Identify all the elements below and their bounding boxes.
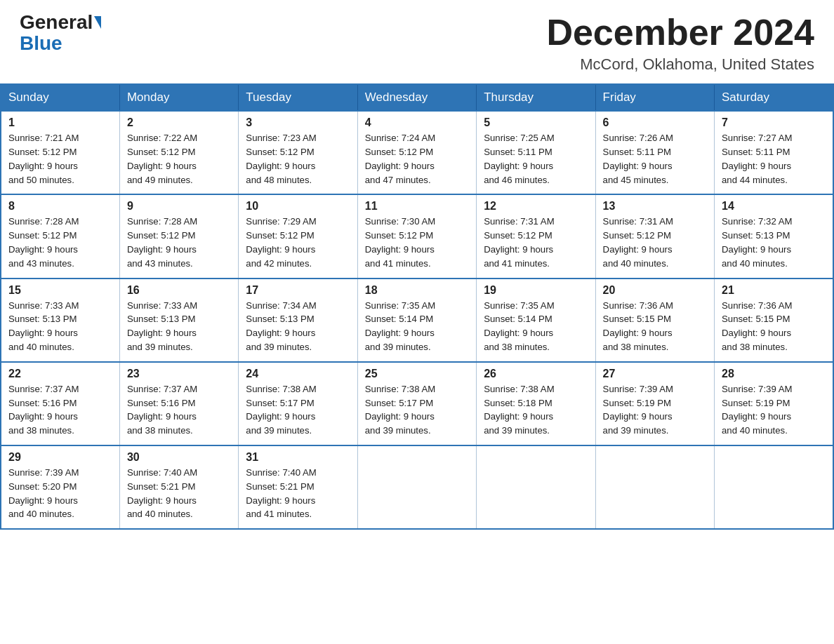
day-number: 5 xyxy=(484,116,588,129)
day-info: Sunrise: 7:31 AMSunset: 5:12 PMDaylight:… xyxy=(484,215,588,270)
calendar-header-sunday: Sunday xyxy=(1,84,119,111)
calendar-cell: 26Sunrise: 7:38 AMSunset: 5:18 PMDayligh… xyxy=(477,362,595,445)
day-info: Sunrise: 7:38 AMSunset: 5:17 PMDaylight:… xyxy=(365,382,469,438)
calendar-cell: 11Sunrise: 7:30 AMSunset: 5:12 PMDayligh… xyxy=(357,194,476,278)
day-info: Sunrise: 7:32 AMSunset: 5:13 PMDaylight:… xyxy=(722,215,826,270)
calendar-cell: 31Sunrise: 7:40 AMSunset: 5:21 PMDayligh… xyxy=(239,445,357,529)
title-area: December 2024 McCord, Oklahoma, United S… xyxy=(546,13,814,74)
day-number: 30 xyxy=(127,451,231,464)
calendar-cell: 18Sunrise: 7:35 AMSunset: 5:14 PMDayligh… xyxy=(357,279,476,362)
day-info: Sunrise: 7:23 AMSunset: 5:12 PMDaylight:… xyxy=(246,131,350,187)
calendar-header-row: SundayMondayTuesdayWednesdayThursdayFrid… xyxy=(1,84,833,111)
calendar-header-friday: Friday xyxy=(595,84,714,111)
calendar-cell: 22Sunrise: 7:37 AMSunset: 5:16 PMDayligh… xyxy=(1,362,119,445)
day-info: Sunrise: 7:22 AMSunset: 5:12 PMDaylight:… xyxy=(127,131,231,187)
day-number: 19 xyxy=(484,284,588,297)
calendar-cell: 16Sunrise: 7:33 AMSunset: 5:13 PMDayligh… xyxy=(119,279,238,362)
day-number: 29 xyxy=(8,451,112,464)
calendar-cell: 12Sunrise: 7:31 AMSunset: 5:12 PMDayligh… xyxy=(477,194,595,278)
calendar-cell: 19Sunrise: 7:35 AMSunset: 5:14 PMDayligh… xyxy=(477,279,595,362)
calendar-cell: 27Sunrise: 7:39 AMSunset: 5:19 PMDayligh… xyxy=(595,362,714,445)
calendar-header-monday: Monday xyxy=(119,84,238,111)
calendar-table: SundayMondayTuesdayWednesdayThursdayFrid… xyxy=(0,83,834,530)
day-number: 3 xyxy=(246,116,350,129)
day-info: Sunrise: 7:31 AMSunset: 5:12 PMDaylight:… xyxy=(603,215,707,270)
day-info: Sunrise: 7:28 AMSunset: 5:12 PMDaylight:… xyxy=(127,215,231,270)
calendar-cell: 25Sunrise: 7:38 AMSunset: 5:17 PMDayligh… xyxy=(357,362,476,445)
day-number: 6 xyxy=(603,116,707,129)
logo-general: General xyxy=(20,13,93,32)
calendar-cell: 23Sunrise: 7:37 AMSunset: 5:16 PMDayligh… xyxy=(119,362,238,445)
day-info: Sunrise: 7:29 AMSunset: 5:12 PMDaylight:… xyxy=(246,215,350,270)
day-number: 17 xyxy=(246,284,350,297)
logo-triangle-icon xyxy=(94,16,101,29)
calendar-cell: 6Sunrise: 7:26 AMSunset: 5:11 PMDaylight… xyxy=(595,111,714,194)
day-info: Sunrise: 7:26 AMSunset: 5:11 PMDaylight:… xyxy=(603,131,707,187)
calendar-header-wednesday: Wednesday xyxy=(357,84,476,111)
calendar-cell xyxy=(595,445,714,529)
calendar-cell: 21Sunrise: 7:36 AMSunset: 5:15 PMDayligh… xyxy=(715,279,833,362)
day-info: Sunrise: 7:35 AMSunset: 5:14 PMDaylight:… xyxy=(365,299,469,354)
day-number: 4 xyxy=(365,116,469,129)
calendar-cell: 3Sunrise: 7:23 AMSunset: 5:12 PMDaylight… xyxy=(239,111,357,194)
calendar-week-row: 29Sunrise: 7:39 AMSunset: 5:20 PMDayligh… xyxy=(1,445,833,529)
day-number: 23 xyxy=(127,368,231,380)
day-info: Sunrise: 7:36 AMSunset: 5:15 PMDaylight:… xyxy=(603,299,707,354)
day-info: Sunrise: 7:37 AMSunset: 5:16 PMDaylight:… xyxy=(8,382,112,438)
day-number: 11 xyxy=(365,200,469,213)
calendar-cell: 13Sunrise: 7:31 AMSunset: 5:12 PMDayligh… xyxy=(595,194,714,278)
day-info: Sunrise: 7:21 AMSunset: 5:12 PMDaylight:… xyxy=(8,131,112,187)
calendar-cell xyxy=(715,445,833,529)
day-number: 7 xyxy=(722,116,826,129)
day-number: 28 xyxy=(722,368,826,380)
day-number: 26 xyxy=(484,368,588,380)
day-info: Sunrise: 7:27 AMSunset: 5:11 PMDaylight:… xyxy=(722,131,826,187)
calendar-cell: 9Sunrise: 7:28 AMSunset: 5:12 PMDaylight… xyxy=(119,194,238,278)
calendar-cell: 10Sunrise: 7:29 AMSunset: 5:12 PMDayligh… xyxy=(239,194,357,278)
day-info: Sunrise: 7:34 AMSunset: 5:13 PMDaylight:… xyxy=(246,299,350,354)
day-info: Sunrise: 7:33 AMSunset: 5:13 PMDaylight:… xyxy=(8,299,112,354)
day-number: 21 xyxy=(722,284,826,297)
calendar-cell: 29Sunrise: 7:39 AMSunset: 5:20 PMDayligh… xyxy=(1,445,119,529)
calendar-header-thursday: Thursday xyxy=(477,84,595,111)
day-info: Sunrise: 7:35 AMSunset: 5:14 PMDaylight:… xyxy=(484,299,588,354)
day-number: 16 xyxy=(127,284,231,297)
day-number: 18 xyxy=(365,284,469,297)
day-info: Sunrise: 7:33 AMSunset: 5:13 PMDaylight:… xyxy=(127,299,231,354)
day-info: Sunrise: 7:30 AMSunset: 5:12 PMDaylight:… xyxy=(365,215,469,270)
calendar-cell: 1Sunrise: 7:21 AMSunset: 5:12 PMDaylight… xyxy=(1,111,119,194)
calendar-header-saturday: Saturday xyxy=(715,84,833,111)
page-subtitle: McCord, Oklahoma, United States xyxy=(546,55,814,74)
calendar-cell: 2Sunrise: 7:22 AMSunset: 5:12 PMDaylight… xyxy=(119,111,238,194)
calendar-header-tuesday: Tuesday xyxy=(239,84,357,111)
day-info: Sunrise: 7:38 AMSunset: 5:17 PMDaylight:… xyxy=(246,382,350,438)
day-number: 8 xyxy=(8,200,112,213)
day-number: 2 xyxy=(127,116,231,129)
calendar-cell: 17Sunrise: 7:34 AMSunset: 5:13 PMDayligh… xyxy=(239,279,357,362)
day-info: Sunrise: 7:39 AMSunset: 5:19 PMDaylight:… xyxy=(603,382,707,438)
day-number: 15 xyxy=(8,284,112,297)
calendar-cell xyxy=(477,445,595,529)
day-info: Sunrise: 7:25 AMSunset: 5:11 PMDaylight:… xyxy=(484,131,588,187)
calendar-cell: 7Sunrise: 7:27 AMSunset: 5:11 PMDaylight… xyxy=(715,111,833,194)
day-info: Sunrise: 7:37 AMSunset: 5:16 PMDaylight:… xyxy=(127,382,231,438)
day-number: 10 xyxy=(246,200,350,213)
calendar-cell: 24Sunrise: 7:38 AMSunset: 5:17 PMDayligh… xyxy=(239,362,357,445)
day-number: 25 xyxy=(365,368,469,380)
day-number: 24 xyxy=(246,368,350,380)
logo: General xyxy=(20,13,102,32)
day-number: 14 xyxy=(722,200,826,213)
day-info: Sunrise: 7:24 AMSunset: 5:12 PMDaylight:… xyxy=(365,131,469,187)
day-number: 20 xyxy=(603,284,707,297)
day-number: 27 xyxy=(603,368,707,380)
calendar-cell xyxy=(357,445,476,529)
calendar-week-row: 15Sunrise: 7:33 AMSunset: 5:13 PMDayligh… xyxy=(1,279,833,362)
calendar-week-row: 1Sunrise: 7:21 AMSunset: 5:12 PMDaylight… xyxy=(1,111,833,194)
calendar-cell: 28Sunrise: 7:39 AMSunset: 5:19 PMDayligh… xyxy=(715,362,833,445)
calendar-cell: 14Sunrise: 7:32 AMSunset: 5:13 PMDayligh… xyxy=(715,194,833,278)
calendar-cell: 15Sunrise: 7:33 AMSunset: 5:13 PMDayligh… xyxy=(1,279,119,362)
day-info: Sunrise: 7:40 AMSunset: 5:21 PMDaylight:… xyxy=(246,466,350,521)
day-number: 22 xyxy=(8,368,112,380)
day-info: Sunrise: 7:40 AMSunset: 5:21 PMDaylight:… xyxy=(127,466,231,521)
day-number: 13 xyxy=(603,200,707,213)
